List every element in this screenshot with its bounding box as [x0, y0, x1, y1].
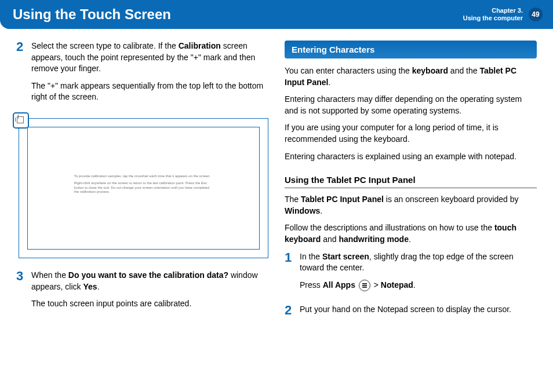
- all-apps-icon: [359, 280, 370, 291]
- left-column: 2 Select the screen type to calibrate. I…: [16, 41, 268, 328]
- right-column: Entering Characters You can enter charac…: [285, 41, 537, 328]
- rstep2-p1: Put your hand on the Notepad screen to d…: [300, 304, 511, 316]
- right-step-1: 1 In the Start screen, slightly drag the…: [285, 251, 537, 297]
- right-p1: You can enter characters using the keybo…: [285, 65, 537, 88]
- step-number: 1: [285, 251, 294, 297]
- step-body: Put your hand on the Notepad screen to d…: [300, 304, 511, 321]
- calibration-corner-icon: [13, 112, 29, 129]
- right-p3: If you are using your computer for a lon…: [285, 122, 537, 145]
- step-number: 2: [285, 304, 294, 321]
- step-number: 2: [16, 41, 26, 109]
- right-p4: Entering characters is explained using a…: [285, 151, 537, 163]
- rstep1-p2: Press All Apps > Notepad.: [300, 280, 537, 291]
- step-number: 3: [16, 270, 26, 316]
- step-3: 3 When the Do you want to save the calib…: [16, 270, 268, 316]
- right-p2: Entering characters may differ depending…: [285, 94, 537, 116]
- step2-paragraph2: The "+" mark appears sequentially from t…: [31, 80, 268, 103]
- screenshot-inner-frame: To provide calibration samples, tap the …: [27, 127, 260, 250]
- step2-paragraph1: Select the screen type to calibrate. If …: [31, 41, 268, 75]
- page-number-badge: 49: [529, 8, 543, 21]
- chapter-number: Chapter 3.: [463, 7, 523, 14]
- rstep1-p1: In the Start screen, slightly drag the t…: [300, 251, 537, 274]
- screenshot-instruction-text: To provide calibration samples, tap the …: [74, 174, 213, 197]
- right-step-2: 2 Put your hand on the Notepad screen to…: [285, 304, 537, 321]
- step-2: 2 Select the screen type to calibrate. I…: [16, 41, 268, 109]
- sub-p2: Follow the descriptions and illustration…: [285, 222, 537, 245]
- content-columns: 2 Select the screen type to calibrate. I…: [0, 29, 553, 328]
- step-body: Select the screen type to calibrate. If …: [31, 41, 268, 109]
- section-banner: Entering Characters: [285, 41, 537, 58]
- step-body: In the Start screen, slightly drag the t…: [300, 251, 537, 297]
- page-title: Using the Touch Screen: [13, 6, 171, 23]
- header-right: Chapter 3. Using the computer 49: [463, 7, 543, 22]
- page-header: Using the Touch Screen Chapter 3. Using …: [0, 0, 553, 29]
- sub-p1: The Tablet PC Input Panel is an onscreen…: [285, 194, 537, 217]
- calibration-screenshot: To provide calibration samples, tap the …: [16, 116, 268, 261]
- step3-paragraph2: The touch screen input points are calibr…: [31, 298, 268, 310]
- chapter-info: Chapter 3. Using the computer: [463, 7, 523, 22]
- subheading: Using the Tablet PC Input Panel: [285, 174, 537, 188]
- step3-paragraph1: When the Do you want to save the calibra…: [31, 270, 268, 292]
- screenshot-outer-frame: To provide calibration samples, tap the …: [19, 118, 268, 258]
- chapter-title: Using the computer: [463, 14, 523, 22]
- step-body: When the Do you want to save the calibra…: [31, 270, 268, 316]
